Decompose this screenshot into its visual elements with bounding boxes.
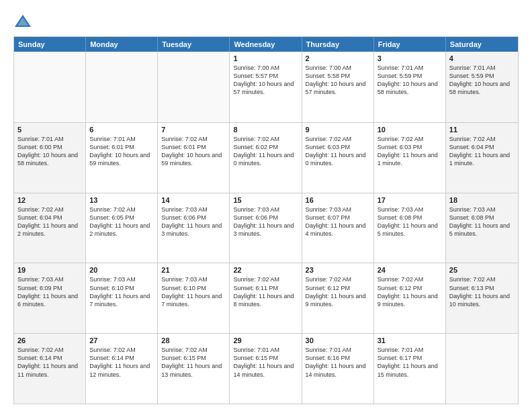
calendar-cell: 19Sunrise: 7:03 AM Sunset: 6:09 PM Dayli… [14,263,86,333]
day-info: Sunrise: 7:03 AM Sunset: 6:08 PM Dayligh… [378,205,442,238]
day-info: Sunrise: 7:02 AM Sunset: 6:11 PM Dayligh… [233,275,298,308]
day-info: Sunrise: 7:03 AM Sunset: 6:08 PM Dayligh… [449,205,515,238]
calendar-cell: 27Sunrise: 7:02 AM Sunset: 6:14 PM Dayli… [86,334,158,404]
day-number: 22 [233,266,298,274]
calendar-cell: 21Sunrise: 7:03 AM Sunset: 6:10 PM Dayli… [158,263,230,333]
day-number: 16 [306,196,370,204]
calendar-cell: 23Sunrise: 7:02 AM Sunset: 6:12 PM Dayli… [302,263,374,333]
day-info: Sunrise: 7:03 AM Sunset: 6:07 PM Dayligh… [306,205,370,238]
calendar-cell [446,334,518,404]
day-info: Sunrise: 7:03 AM Sunset: 6:06 PM Dayligh… [161,205,226,238]
calendar-row: 12Sunrise: 7:02 AM Sunset: 6:04 PM Dayli… [14,193,518,263]
day-info: Sunrise: 7:02 AM Sunset: 6:13 PM Dayligh… [449,275,515,308]
calendar-header-cell: Tuesday [158,37,230,52]
day-number: 27 [89,336,154,345]
day-number: 15 [233,196,298,204]
calendar-cell: 7Sunrise: 7:02 AM Sunset: 6:01 PM Daylig… [158,123,230,193]
day-number: 11 [449,126,515,134]
day-info: Sunrise: 7:01 AM Sunset: 5:59 PM Dayligh… [449,64,515,97]
calendar-cell: 26Sunrise: 7:02 AM Sunset: 6:14 PM Dayli… [14,334,86,404]
day-number: 20 [89,266,154,274]
calendar-cell: 3Sunrise: 7:01 AM Sunset: 5:59 PM Daylig… [374,52,446,122]
calendar-cell: 28Sunrise: 7:02 AM Sunset: 6:15 PM Dayli… [158,334,230,404]
calendar-row: 19Sunrise: 7:03 AM Sunset: 6:09 PM Dayli… [14,263,518,333]
day-number: 9 [306,126,370,134]
day-info: Sunrise: 7:01 AM Sunset: 6:01 PM Dayligh… [89,135,154,168]
day-info: Sunrise: 7:02 AM Sunset: 6:12 PM Dayligh… [306,275,370,308]
day-number: 23 [306,266,370,274]
calendar-cell: 13Sunrise: 7:02 AM Sunset: 6:05 PM Dayli… [86,193,158,263]
day-info: Sunrise: 7:00 AM Sunset: 5:58 PM Dayligh… [306,64,370,97]
day-info: Sunrise: 7:02 AM Sunset: 6:12 PM Dayligh… [378,275,442,308]
calendar: SundayMondayTuesdayWednesdayThursdayFrid… [13,36,519,404]
calendar-cell: 25Sunrise: 7:02 AM Sunset: 6:13 PM Dayli… [446,263,518,333]
calendar-row: 1Sunrise: 7:00 AM Sunset: 5:57 PM Daylig… [14,52,518,122]
day-info: Sunrise: 7:01 AM Sunset: 6:17 PM Dayligh… [378,346,442,379]
logo-icon [13,12,32,31]
day-info: Sunrise: 7:03 AM Sunset: 6:09 PM Dayligh… [17,275,82,308]
day-info: Sunrise: 7:02 AM Sunset: 6:04 PM Dayligh… [17,205,82,238]
calendar-header-cell: Friday [374,37,446,52]
day-info: Sunrise: 7:02 AM Sunset: 6:04 PM Dayligh… [449,135,515,168]
day-info: Sunrise: 7:03 AM Sunset: 6:06 PM Dayligh… [233,205,298,238]
day-number: 18 [449,196,515,204]
calendar-cell [86,52,158,122]
day-number: 10 [378,126,442,134]
day-number: 6 [89,126,154,134]
day-info: Sunrise: 7:01 AM Sunset: 6:15 PM Dayligh… [233,346,298,379]
calendar-cell: 20Sunrise: 7:03 AM Sunset: 6:10 PM Dayli… [86,263,158,333]
day-number: 4 [449,54,515,62]
day-number: 30 [306,336,370,345]
day-number: 7 [161,126,226,134]
day-info: Sunrise: 7:01 AM Sunset: 6:16 PM Dayligh… [306,346,370,379]
calendar-cell: 16Sunrise: 7:03 AM Sunset: 6:07 PM Dayli… [302,193,374,263]
day-info: Sunrise: 7:02 AM Sunset: 6:14 PM Dayligh… [89,346,154,379]
day-number: 28 [161,336,226,345]
calendar-cell: 18Sunrise: 7:03 AM Sunset: 6:08 PM Dayli… [446,193,518,263]
day-info: Sunrise: 7:02 AM Sunset: 6:05 PM Dayligh… [89,205,154,238]
calendar-cell [14,52,86,122]
day-number: 26 [17,336,82,345]
day-info: Sunrise: 7:01 AM Sunset: 5:59 PM Dayligh… [378,64,442,97]
day-number: 12 [17,196,82,204]
calendar-row: 5Sunrise: 7:01 AM Sunset: 6:00 PM Daylig… [14,122,518,193]
calendar-header: SundayMondayTuesdayWednesdayThursdayFrid… [14,37,518,52]
calendar-header-cell: Monday [86,37,158,52]
day-number: 13 [89,196,154,204]
day-info: Sunrise: 7:02 AM Sunset: 6:15 PM Dayligh… [161,346,226,379]
day-number: 5 [17,126,82,134]
calendar-cell: 5Sunrise: 7:01 AM Sunset: 6:00 PM Daylig… [14,123,86,193]
calendar-cell: 31Sunrise: 7:01 AM Sunset: 6:17 PM Dayli… [374,334,446,404]
day-number: 8 [233,126,298,134]
calendar-cell: 8Sunrise: 7:02 AM Sunset: 6:02 PM Daylig… [230,123,302,193]
day-number: 17 [378,196,442,204]
day-number: 24 [378,266,442,274]
calendar-cell: 24Sunrise: 7:02 AM Sunset: 6:12 PM Dayli… [374,263,446,333]
calendar-cell: 22Sunrise: 7:02 AM Sunset: 6:11 PM Dayli… [230,263,302,333]
day-info: Sunrise: 7:03 AM Sunset: 6:10 PM Dayligh… [89,275,154,308]
day-number: 31 [378,336,442,345]
calendar-cell: 29Sunrise: 7:01 AM Sunset: 6:15 PM Dayli… [230,334,302,404]
calendar-cell: 4Sunrise: 7:01 AM Sunset: 5:59 PM Daylig… [446,52,518,122]
day-number: 21 [161,266,226,274]
logo [13,12,35,31]
day-info: Sunrise: 7:02 AM Sunset: 6:14 PM Dayligh… [17,346,82,379]
calendar-cell: 12Sunrise: 7:02 AM Sunset: 6:04 PM Dayli… [14,193,86,263]
calendar-cell: 1Sunrise: 7:00 AM Sunset: 5:57 PM Daylig… [230,52,302,122]
page: SundayMondayTuesdayWednesdayThursdayFrid… [0,0,532,411]
day-number: 29 [233,336,298,345]
calendar-cell: 9Sunrise: 7:02 AM Sunset: 6:03 PM Daylig… [302,123,374,193]
calendar-cell: 10Sunrise: 7:02 AM Sunset: 6:03 PM Dayli… [374,123,446,193]
day-info: Sunrise: 7:01 AM Sunset: 6:00 PM Dayligh… [17,135,82,168]
day-info: Sunrise: 7:02 AM Sunset: 6:02 PM Dayligh… [233,135,298,168]
day-number: 19 [17,266,82,274]
day-number: 2 [306,54,370,62]
day-info: Sunrise: 7:02 AM Sunset: 6:03 PM Dayligh… [378,135,442,168]
calendar-cell: 30Sunrise: 7:01 AM Sunset: 6:16 PM Dayli… [302,334,374,404]
calendar-cell: 2Sunrise: 7:00 AM Sunset: 5:58 PM Daylig… [302,52,374,122]
day-number: 1 [233,54,298,62]
calendar-cell: 11Sunrise: 7:02 AM Sunset: 6:04 PM Dayli… [446,123,518,193]
calendar-cell: 17Sunrise: 7:03 AM Sunset: 6:08 PM Dayli… [374,193,446,263]
day-number: 25 [449,266,515,274]
header [13,12,519,31]
